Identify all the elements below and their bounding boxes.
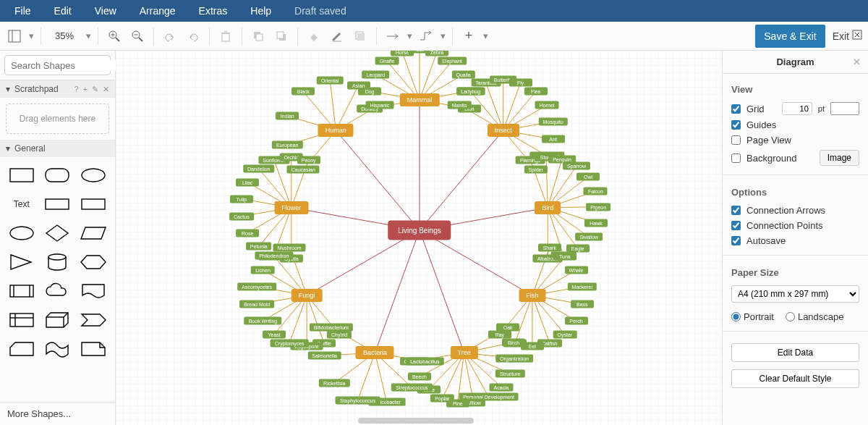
node-category-bacteria[interactable]: Bacteria (356, 346, 394, 359)
node-leaf[interactable]: Mackerel (568, 282, 597, 290)
grid-checkbox[interactable] (731, 104, 741, 114)
node-leaf[interactable]: Acacia (489, 383, 513, 391)
node-category-fish[interactable]: Fish (519, 289, 545, 302)
grid-size-input[interactable] (782, 102, 812, 115)
node-leaf[interactable]: Ladybug (456, 88, 485, 96)
zoom-in-button[interactable] (104, 26, 124, 46)
node-leaf[interactable]: Hornet (535, 101, 559, 109)
canvas[interactable]: Living BeingsMammalDonkeyDogLeopardGiraf… (116, 51, 722, 425)
node-leaf[interactable]: Book Writing (244, 317, 282, 325)
node-leaf[interactable]: Spider (524, 165, 548, 173)
node-leaf[interactable]: Ant (542, 135, 565, 143)
shape-ellipse-2[interactable] (6, 221, 38, 245)
node-leaf[interactable]: Cryptomyces (271, 339, 309, 347)
shape-cube[interactable] (42, 308, 74, 332)
node-leaf[interactable]: Mantis (448, 101, 472, 109)
landscape-radio[interactable] (786, 312, 795, 321)
connection-caret[interactable]: ▾ (406, 26, 413, 46)
to-back-button[interactable] (271, 26, 292, 46)
node-leaf[interactable]: Hawk (584, 219, 608, 227)
node-leaf[interactable]: Mosquito (538, 117, 567, 125)
conn-points-checkbox[interactable] (731, 221, 741, 230)
node-category-tree[interactable]: Tree (450, 346, 477, 359)
background-checkbox[interactable] (731, 153, 741, 163)
node-leaf[interactable]: Perch (565, 317, 588, 325)
node-leaf[interactable]: Flea (524, 88, 548, 96)
node-leaf[interactable]: Fly (509, 79, 532, 87)
menu-extras[interactable]: Extras (189, 1, 238, 21)
waypoint-button[interactable] (416, 26, 436, 46)
menu-view[interactable]: View (85, 1, 127, 21)
node-leaf[interactable]: Caucasian (287, 165, 320, 173)
shape-parallelogram[interactable] (77, 221, 109, 245)
node-leaf[interactable]: Shark (538, 244, 561, 252)
node-category-fungi[interactable]: Fungi (292, 289, 323, 302)
node-category-mammal[interactable]: Mammal (400, 93, 440, 106)
save-exit-button[interactable]: Save & Exit (755, 25, 825, 48)
node-category-bird[interactable]: Bird (535, 201, 561, 214)
fill-color-button[interactable] (304, 26, 324, 46)
node-leaf[interactable]: Whale (565, 266, 588, 274)
node-leaf[interactable]: Elephant (438, 57, 467, 65)
node-leaf[interactable]: Oak (496, 324, 519, 332)
node-category-human[interactable]: Human (318, 124, 354, 137)
node-category-flower[interactable]: Flower (274, 201, 308, 214)
shape-rectangle[interactable] (6, 163, 38, 188)
shape-text[interactable]: Text (6, 192, 38, 216)
node-leaf[interactable]: Ray (488, 330, 511, 338)
node-leaf[interactable]: Pigeon (586, 203, 610, 211)
general-header[interactable]: ▾ General (0, 140, 115, 157)
menu-file[interactable]: File (4, 1, 41, 21)
to-front-button[interactable] (248, 26, 268, 46)
menu-arrange[interactable]: Arrange (129, 1, 186, 21)
shadow-button[interactable] (350, 26, 370, 46)
node-leaf[interactable]: Indian (276, 112, 299, 120)
line-color-button[interactable] (327, 26, 347, 46)
grid-color-swatch[interactable] (830, 102, 859, 115)
node-leaf[interactable]: Owl (576, 173, 600, 181)
zoom-value[interactable]: 35% (47, 30, 82, 41)
node-leaf[interactable]: Giraffe (375, 57, 399, 65)
scratchpad-dropzone[interactable]: Drag elements here (6, 104, 109, 134)
node-leaf[interactable]: European (272, 141, 302, 149)
node-leaf[interactable]: Dandelion (243, 165, 275, 173)
zoom-caret[interactable]: ▾ (85, 26, 92, 46)
node-leaf[interactable]: Poplar (430, 395, 454, 403)
node-leaf[interactable]: Rickettsia (319, 379, 349, 387)
more-shapes-button[interactable]: More Shapes... (0, 402, 115, 425)
shape-diamond[interactable] (42, 221, 74, 245)
node-leaf[interactable]: Structure (495, 370, 524, 378)
background-image-button[interactable]: Image (820, 150, 859, 166)
node-leaf[interactable]: Yeast (263, 330, 286, 338)
shape-rounded-rect[interactable] (42, 163, 74, 188)
shape-hexagon[interactable] (77, 250, 109, 274)
view-mode-caret[interactable]: ▾ (27, 26, 35, 46)
shape-step[interactable] (77, 308, 109, 332)
node-leaf[interactable]: Petunia (246, 243, 272, 251)
shape-ellipse[interactable] (77, 163, 109, 188)
node-leaf[interactable]: Falcon (584, 187, 608, 195)
scratchpad-edit-icon[interactable]: ✎ (92, 85, 98, 94)
shape-label-rect-2[interactable] (77, 192, 109, 216)
node-leaf[interactable]: Oyster (553, 330, 577, 338)
exit-button[interactable]: Exit (833, 30, 862, 42)
node-leaf[interactable]: Ascomycetes (237, 282, 276, 290)
node-leaf[interactable]: Staphylococcus (336, 396, 380, 404)
insert-button[interactable]: + (459, 26, 479, 46)
node-leaf[interactable]: Tuna (553, 253, 576, 261)
guides-checkbox[interactable] (731, 120, 741, 130)
node-leaf[interactable]: Hispanic (365, 101, 393, 109)
node-leaf[interactable]: Zebra (425, 51, 448, 56)
node-leaf[interactable]: Rose (236, 229, 259, 237)
portrait-radio[interactable] (731, 312, 741, 321)
node-leaf[interactable]: Quaila (451, 71, 475, 79)
page-view-checkbox[interactable] (731, 135, 741, 145)
node-leaf[interactable]: Chytrid (327, 330, 352, 338)
undo-button[interactable] (160, 26, 180, 46)
shape-process[interactable] (6, 279, 38, 303)
node-leaf[interactable]: Beech (408, 373, 431, 381)
clear-default-style-button[interactable]: Clear Default Style (731, 369, 859, 388)
node-leaf[interactable]: Oriental (317, 76, 344, 84)
node-leaf[interactable]: Tulip (230, 195, 253, 203)
node-leaf[interactable]: Streptococcus (391, 384, 432, 392)
